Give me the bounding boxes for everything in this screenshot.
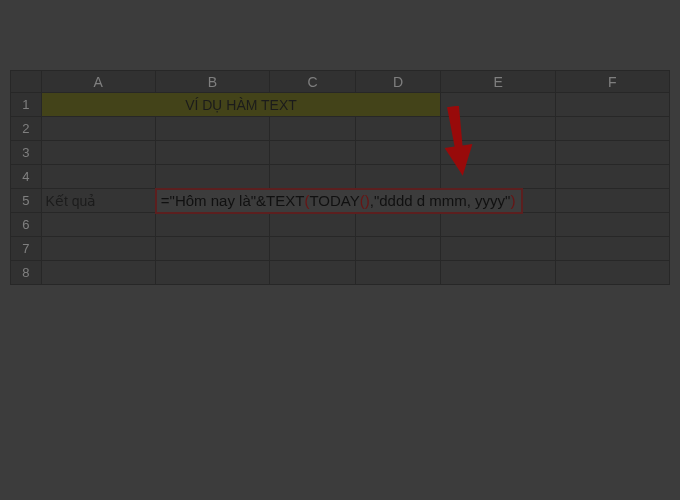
formula-token-paren: () — [360, 192, 370, 209]
cell-F1[interactable] — [555, 93, 669, 117]
cell-F5[interactable] — [555, 189, 669, 213]
row-header-7[interactable]: 7 — [11, 237, 42, 261]
row-header-8[interactable]: 8 — [11, 261, 42, 285]
col-header-B[interactable]: B — [155, 71, 269, 93]
cell-A8[interactable] — [41, 261, 155, 285]
cell-A6[interactable] — [41, 213, 155, 237]
row-8: 8 — [11, 261, 670, 285]
cell-D7[interactable] — [355, 237, 441, 261]
cell-F7[interactable] — [555, 237, 669, 261]
cell-D2[interactable] — [355, 117, 441, 141]
svg-marker-0 — [442, 106, 476, 178]
cell-F4[interactable] — [555, 165, 669, 189]
spreadsheet-area: A B C D E F 1 VÍ DỤ HÀM TEXT 2 3 — [10, 70, 670, 285]
cell-B8[interactable] — [155, 261, 269, 285]
cell-C2[interactable] — [270, 117, 356, 141]
cell-C7[interactable] — [270, 237, 356, 261]
cell-F3[interactable] — [555, 141, 669, 165]
col-header-E[interactable]: E — [441, 71, 555, 93]
formula-editor[interactable]: ="Hôm nay là"&TEXT(TODAY(),"dddd d mmm, … — [155, 188, 524, 214]
cell-F6[interactable] — [555, 213, 669, 237]
cell-A4[interactable] — [41, 165, 155, 189]
cell-B2[interactable] — [155, 117, 269, 141]
row-header-4[interactable]: 4 — [11, 165, 42, 189]
formula-token: ,"dddd d mmm, yyyy" — [370, 192, 511, 209]
row-header-2[interactable]: 2 — [11, 117, 42, 141]
row-7: 7 — [11, 237, 670, 261]
col-header-A[interactable]: A — [41, 71, 155, 93]
row-6: 6 — [11, 213, 670, 237]
cell-D4[interactable] — [355, 165, 441, 189]
col-header-F[interactable]: F — [555, 71, 669, 93]
cell-F2[interactable] — [555, 117, 669, 141]
annotation-arrow-icon — [442, 106, 476, 178]
cell-B5[interactable]: ="Hôm nay là"&TEXT(TODAY(),"dddd d mmm, … — [155, 189, 269, 213]
cell-B3[interactable] — [155, 141, 269, 165]
cell-A7[interactable] — [41, 237, 155, 261]
formula-token: TODAY — [309, 192, 359, 209]
cell-B6[interactable] — [155, 213, 269, 237]
column-header-row: A B C D E F — [11, 71, 670, 93]
row-1: 1 VÍ DỤ HÀM TEXT — [11, 93, 670, 117]
cell-E6[interactable] — [441, 213, 555, 237]
cell-A5[interactable]: Kết quả — [41, 189, 155, 213]
cell-C4[interactable] — [270, 165, 356, 189]
row-5: 5 Kết quả ="Hôm nay là"&TEXT(TODAY(),"dd… — [11, 189, 670, 213]
cell-E7[interactable] — [441, 237, 555, 261]
spreadsheet-grid[interactable]: A B C D E F 1 VÍ DỤ HÀM TEXT 2 3 — [10, 70, 670, 285]
cell-D3[interactable] — [355, 141, 441, 165]
formula-token-paren: ) — [510, 192, 515, 209]
cell-C8[interactable] — [270, 261, 356, 285]
row-3: 3 — [11, 141, 670, 165]
col-header-D[interactable]: D — [355, 71, 441, 93]
cell-A3[interactable] — [41, 141, 155, 165]
cell-D6[interactable] — [355, 213, 441, 237]
formula-token: ="Hôm nay là"&TEXT — [161, 192, 305, 209]
cell-C6[interactable] — [270, 213, 356, 237]
cell-A2[interactable] — [41, 117, 155, 141]
cell-B4[interactable] — [155, 165, 269, 189]
col-header-C[interactable]: C — [270, 71, 356, 93]
row-4: 4 — [11, 165, 670, 189]
row-2: 2 — [11, 117, 670, 141]
cell-C3[interactable] — [270, 141, 356, 165]
row-header-1[interactable]: 1 — [11, 93, 42, 117]
row-header-5[interactable]: 5 — [11, 189, 42, 213]
cell-F8[interactable] — [555, 261, 669, 285]
select-all-corner[interactable] — [11, 71, 42, 93]
row-header-3[interactable]: 3 — [11, 141, 42, 165]
cell-B7[interactable] — [155, 237, 269, 261]
row-header-6[interactable]: 6 — [11, 213, 42, 237]
cell-title-merged[interactable]: VÍ DỤ HÀM TEXT — [41, 93, 441, 117]
cell-D8[interactable] — [355, 261, 441, 285]
cell-E8[interactable] — [441, 261, 555, 285]
